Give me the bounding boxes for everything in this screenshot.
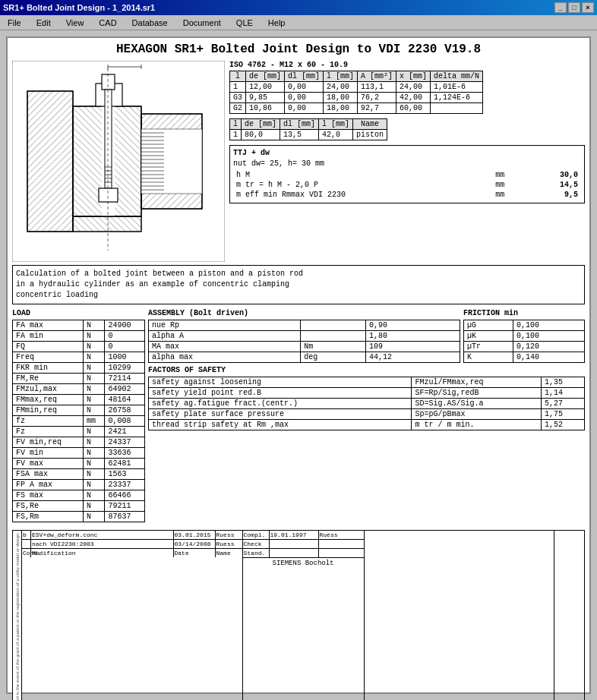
svg-rect-9 bbox=[102, 74, 115, 90]
table-row: safety against looseningFMzul/FMmax,req1… bbox=[149, 377, 585, 388]
table-row: safety ag.fatigue fract.(centr.)SD=Sig.A… bbox=[149, 399, 585, 409]
assembly-title: ASSEMBLY (Bolt driven) bbox=[148, 309, 460, 317]
table-row: safety yield point red.BSF=Rp/Sig,redB1,… bbox=[149, 388, 585, 399]
table-row: FMmin,reqN26758 bbox=[13, 405, 145, 416]
table-row: µG0,100 bbox=[464, 320, 585, 331]
table-row: FS maxN66466 bbox=[13, 490, 145, 501]
table-row: nue Rp0,90 bbox=[149, 320, 460, 331]
svg-rect-16 bbox=[99, 188, 118, 202]
desc-line-1: Calculation of a bolted joint between a … bbox=[16, 269, 581, 279]
friction-title: FRICTION min bbox=[463, 309, 585, 317]
footer-company: SIEMENS Bocholt bbox=[243, 557, 364, 569]
col-de: de [mm] bbox=[246, 71, 285, 82]
footer-history: b ESV+dw_deform.conc 03.01.2015 Ruess na… bbox=[22, 531, 243, 700]
window-controls[interactable]: _ □ × bbox=[554, 2, 594, 13]
minimize-button[interactable]: _ bbox=[554, 2, 567, 13]
svg-rect-10 bbox=[105, 90, 112, 188]
assembly-section: ASSEMBLY (Bolt driven) nue Rp0,90alpha A… bbox=[148, 309, 460, 363]
table-row: fzmm0,008 bbox=[13, 416, 145, 427]
table-row: m tr = h M - 2,0 Pmm14,5 bbox=[233, 180, 581, 190]
friction-section: FRICTION min µG0,100µK0,100µTr0,120K0,14… bbox=[463, 309, 585, 363]
table-row: FM,ReN72114 bbox=[13, 374, 145, 384]
table-row: FMzul,maxN64902 bbox=[13, 384, 145, 395]
menu-cad[interactable]: CAD bbox=[94, 17, 121, 29]
description-box: Calculation of a bolted joint between a … bbox=[12, 265, 585, 304]
window-title: SR1+ Bolted Joint Design - 1_2014.sr1 bbox=[3, 3, 155, 12]
menu-file[interactable]: File bbox=[3, 17, 26, 29]
table-row: FP A maxN23337 bbox=[13, 480, 145, 490]
col-dl: dl [mm] bbox=[285, 71, 324, 82]
footer: Copying of this document and giving it t… bbox=[12, 530, 585, 700]
svg-rect-20 bbox=[141, 129, 202, 194]
menu-database[interactable]: Database bbox=[128, 17, 172, 29]
safety-table: safety against looseningFMzul/FMmax,req1… bbox=[148, 377, 585, 430]
table-row: MA maxNm109 bbox=[149, 342, 460, 352]
table-row: FV minN33636 bbox=[13, 448, 145, 459]
col-x: x [mm] bbox=[396, 71, 431, 82]
table-row: alpha maxdeg44,12 bbox=[149, 352, 460, 363]
col-a: A [mm²] bbox=[358, 71, 396, 82]
table-row: µK0,100 bbox=[464, 331, 585, 342]
table-row: FKR minN10299 bbox=[13, 363, 145, 374]
table-row: µTr0,120 bbox=[464, 342, 585, 352]
table-row: safety plate surface pressureSp=pG/pBmax… bbox=[149, 409, 585, 420]
table-row: FS,ReN79211 bbox=[13, 501, 145, 512]
table-row: G39,850,0018,0076,242,001,124E-6 bbox=[230, 93, 483, 103]
table-row: FS,RmN87637 bbox=[13, 512, 145, 522]
table-row: FV min,reqN24337 bbox=[13, 437, 145, 448]
svg-rect-3 bbox=[27, 91, 73, 232]
menu-bar: File Edit View CAD Database Document QLE… bbox=[0, 15, 597, 30]
table-row: FA maxN24900 bbox=[13, 320, 145, 331]
col-lmm: l [mm] bbox=[324, 71, 358, 82]
page-section: Page Pg. bbox=[554, 531, 584, 700]
table-row: FMmax,reqN48164 bbox=[13, 395, 145, 405]
title-bar: SR1+ Bolted Joint Design - 1_2014.sr1 _ … bbox=[0, 0, 597, 15]
table-row: FreqN1000 bbox=[13, 352, 145, 363]
col-l: l bbox=[230, 71, 246, 82]
table-row: 180,013,542,0piston bbox=[230, 130, 387, 140]
col-delta: delta mm/N bbox=[431, 71, 483, 82]
clamped-parts-table: l de [mm] dl [mm] l [mm] Name 180,013,54… bbox=[229, 118, 387, 140]
load-title: LOAD bbox=[12, 309, 145, 317]
table-row: h Mmm30,0 bbox=[233, 170, 581, 180]
menu-help[interactable]: Help bbox=[264, 17, 290, 29]
table-row: thread strip safety at Rm ,maxm tr / m m… bbox=[149, 420, 585, 430]
table-row: FSA maxN1563 bbox=[13, 469, 145, 480]
footer-right-section: Bolted Joint Source: VDI2230:2014 B1-VDI… bbox=[365, 531, 585, 700]
load-section: LOAD FA maxN24900FA minN0FQN0FreqN1000FK… bbox=[12, 309, 145, 522]
menu-document[interactable]: Document bbox=[178, 17, 226, 29]
menu-edit[interactable]: Edit bbox=[32, 17, 55, 29]
technical-drawing bbox=[12, 61, 225, 262]
ttj-section: TTJ + dw nut dw= 25, h= 30 mm h Mmm30,0m… bbox=[229, 145, 585, 203]
safety-section: FACTORS OF SAFETY safety against looseni… bbox=[148, 366, 585, 430]
menu-view[interactable]: View bbox=[62, 17, 89, 29]
ttj-subtitle: nut dw= 25, h= 30 mm bbox=[233, 159, 581, 168]
assembly-table: nue Rp0,90alpha A1,80MA maxNm109alpha ma… bbox=[148, 320, 460, 363]
clamped-parts-section: l de [mm] dl [mm] l [mm] Name 180,013,54… bbox=[229, 118, 585, 140]
close-button[interactable]: × bbox=[582, 2, 594, 13]
copyright-text: Copying of this document and giving it t… bbox=[15, 531, 20, 700]
table-row: 112,000,0024,00113,124,001,01E-6 bbox=[230, 82, 483, 93]
safety-title: FACTORS OF SAFETY bbox=[148, 366, 585, 374]
table-row: K0,140 bbox=[464, 352, 585, 363]
table-row: m eff min Rmmax VDI 2230mm9,5 bbox=[233, 190, 581, 200]
table-row: FzN2421 bbox=[13, 427, 145, 437]
maximize-button[interactable]: □ bbox=[568, 2, 580, 13]
main-content: HEXAGON SR1+ Bolted Joint Design to VDI … bbox=[0, 30, 597, 700]
desc-line-3: concentric loading bbox=[16, 290, 581, 301]
table-row: FV maxN62481 bbox=[13, 459, 145, 469]
bolt-spec-section: ISO 4762 - M12 x 60 - 10.9 l de [mm] dl … bbox=[229, 61, 585, 114]
table-row: alpha A1,80 bbox=[149, 331, 460, 342]
bolt-spec-title: ISO 4762 - M12 x 60 - 10.9 bbox=[229, 61, 585, 69]
document-header: HEXAGON SR1+ Bolted Joint Design to VDI … bbox=[12, 43, 585, 56]
ttj-table: h Mmm30,0m tr = h M - 2,0 Pmm14,5m eff m… bbox=[233, 170, 581, 200]
bolt-spec-table: l de [mm] dl [mm] l [mm] A [mm²] x [mm] … bbox=[229, 71, 483, 114]
menu-qle[interactable]: QLE bbox=[232, 17, 257, 29]
svg-rect-38 bbox=[73, 216, 141, 232]
friction-table: µG0,100µK0,100µTr0,120K0,140 bbox=[463, 320, 585, 363]
load-table: FA maxN24900FA minN0FQN0FreqN1000FKR min… bbox=[12, 320, 145, 522]
ttj-title: TTJ + dw bbox=[233, 149, 581, 157]
table-row: G210,860,0018,0092,760,00 bbox=[230, 103, 483, 114]
table-row: FA minN0 bbox=[13, 331, 145, 342]
table-row: FQN0 bbox=[13, 342, 145, 352]
